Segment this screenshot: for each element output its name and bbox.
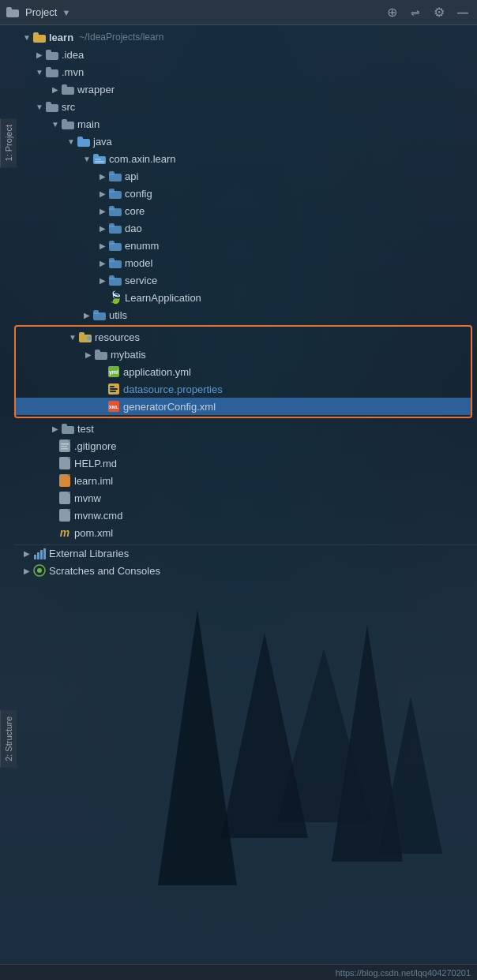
root-folder-icon (33, 32, 46, 43)
side-tab-structure[interactable]: 2: Structure (0, 710, 17, 768)
folder-icon (6, 7, 19, 17)
pkg-config-icon (109, 189, 122, 199)
folder-icon-wrapper (62, 84, 74, 95)
folder-icon-src (46, 102, 58, 112)
pkg-root-icon (93, 154, 106, 164)
pkg-service-icon (109, 275, 122, 286)
folder-icon-test (62, 424, 74, 434)
folder-icon-java (77, 137, 90, 147)
resources-folder-icon (79, 332, 92, 342)
folder-icon-idea (46, 50, 58, 60)
folder-icon-main (62, 119, 74, 129)
pkg-core-icon (109, 206, 122, 216)
pkg-utils-icon (93, 310, 106, 320)
side-tab-project[interactable]: 1: Project (0, 118, 17, 167)
pkg-model-icon (109, 258, 122, 268)
pkg-enumm-icon (109, 241, 122, 251)
pkg-dao-icon (109, 223, 122, 234)
folder-icon-mvn (46, 67, 58, 77)
pkg-api-icon (109, 171, 122, 181)
background-decoration (0, 0, 477, 980)
folder-icon-mybatis (95, 350, 107, 360)
